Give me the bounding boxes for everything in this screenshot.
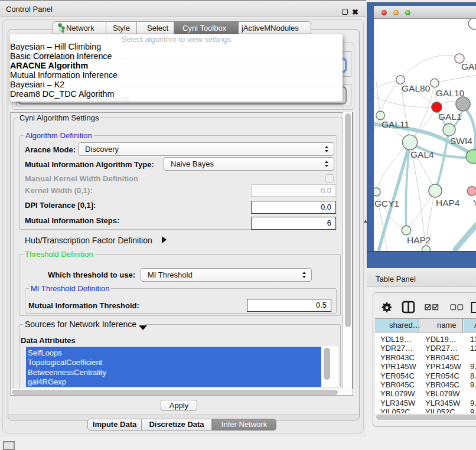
svg-text:HAP2: HAP2 [407,235,431,245]
svg-text:GCY1: GCY1 [374,198,399,208]
svg-text:GAL1: GAL1 [438,112,462,122]
svg-text:GAL11: GAL11 [382,119,409,129]
svg-text:GAL4: GAL4 [410,149,434,159]
svg-text:GAL10: GAL10 [436,88,465,98]
svg-text:HAP4: HAP4 [436,198,460,208]
svg-text:GAL80: GAL80 [402,83,431,93]
svg-text:Y: Y [473,198,476,208]
svg-text:GAL7: GAL7 [461,61,476,71]
svg-text:SWI4: SWI4 [450,136,472,146]
